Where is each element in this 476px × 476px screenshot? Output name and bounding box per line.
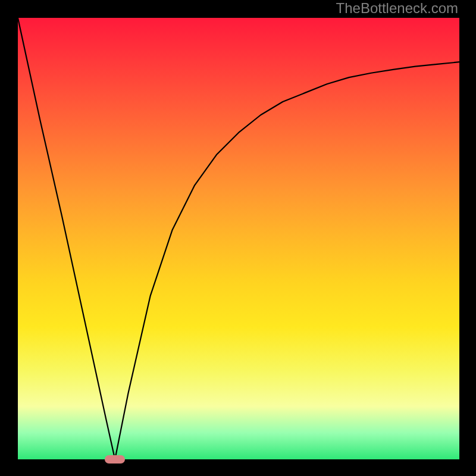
chart-frame: TheBottleneck.com bbox=[0, 0, 476, 476]
minimum-marker bbox=[105, 455, 125, 464]
plot-area bbox=[18, 18, 459, 459]
bottleneck-curve bbox=[18, 18, 459, 459]
watermark-text: TheBottleneck.com bbox=[336, 0, 458, 17]
curve-layer bbox=[18, 18, 459, 459]
